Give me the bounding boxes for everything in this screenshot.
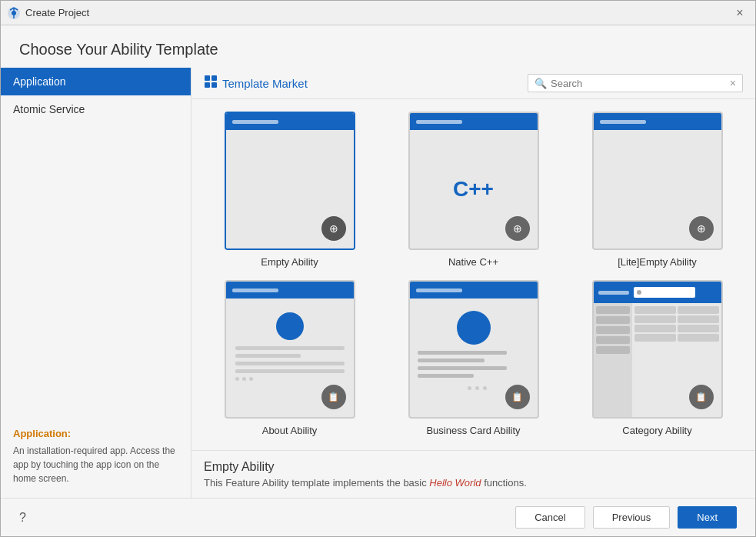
cat-row-2 (634, 315, 719, 323)
topbar-line (232, 120, 278, 124)
cat-cell-4a (634, 334, 676, 342)
cat-side-3 (596, 326, 630, 334)
template-preview-category: 📋 (592, 280, 723, 419)
dot-2 (242, 377, 246, 381)
desc-text-part1: This Feature Ability template implements… (204, 477, 429, 489)
about-line-3 (235, 362, 345, 365)
main-content: Template Market 🔍 × (191, 68, 755, 498)
cat-cell-1a (634, 306, 676, 314)
window-close-button[interactable]: × (731, 4, 749, 22)
cat-row-3 (634, 325, 719, 332)
cat-topbar (594, 282, 721, 303)
template-name-category: Category Ability (622, 425, 691, 436)
sidebar-desc-text: An installation-required app. Access the… (13, 444, 178, 485)
biz-dot-2 (475, 386, 479, 390)
cancel-button[interactable]: Cancel (515, 506, 584, 529)
cat-row-1 (634, 306, 719, 314)
template-name-lite-empty: [Lite]Empty Ability (618, 256, 697, 268)
cat-side-5 (596, 346, 630, 354)
badge-icon-cpp: ⊕ (513, 222, 522, 235)
preview-badge-category: 📋 (689, 385, 714, 409)
template-market-icon (204, 75, 218, 92)
biz-preview-body: 📋 (410, 299, 538, 417)
cat-topbar-line (598, 291, 629, 295)
preview-topbar-about (226, 282, 354, 299)
preview-badge-about: 📋 (321, 385, 346, 409)
preview-topbar (226, 113, 354, 130)
cpp-icon: C++ (453, 177, 494, 202)
about-line-4 (235, 369, 345, 373)
cat-row-4 (634, 334, 719, 342)
search-clear-icon[interactable]: × (730, 77, 736, 89)
topbar-line-about (232, 289, 278, 292)
preview-body-cpp: C++ ⊕ (410, 130, 538, 248)
cat-search-box (634, 287, 695, 298)
about-preview-body: 📋 (226, 299, 354, 417)
desc-title: Empty Ability (204, 460, 743, 474)
dialog-footer: ? Cancel Previous Next (1, 498, 755, 536)
biz-circle (457, 311, 491, 345)
cat-cell-3b (678, 325, 719, 332)
template-market-text: Template Market (222, 77, 308, 90)
template-card-business-card[interactable]: 📋 Business Card Ability (388, 280, 559, 436)
cat-cell-1b (678, 306, 719, 314)
window-title: Create Project (25, 7, 731, 18)
template-preview-empty-ability: ⊕ (225, 112, 355, 250)
sidebar: Application Atomic Service Application: … (1, 68, 191, 498)
about-line-2 (235, 354, 301, 358)
svg-rect-3 (211, 75, 217, 81)
next-button[interactable]: Next (678, 506, 737, 529)
dialog-title: Choose Your Ability Template (19, 41, 737, 58)
template-card-native-cpp[interactable]: C++ ⊕ Native C++ (388, 112, 559, 268)
svg-rect-5 (211, 82, 217, 88)
cat-cell-2b (678, 315, 719, 323)
biz-dots (468, 386, 487, 390)
previous-button[interactable]: Previous (593, 506, 671, 529)
sidebar-item-atomic-service[interactable]: Atomic Service (1, 95, 191, 123)
template-name-native-cpp: Native C++ (448, 256, 498, 268)
preview-badge: ⊕ (321, 216, 346, 241)
search-input[interactable] (551, 78, 730, 89)
search-box[interactable]: 🔍 × (528, 74, 743, 92)
svg-point-1 (12, 11, 16, 15)
template-preview-biz: 📋 (408, 280, 539, 419)
template-card-category[interactable]: 📋 Category Ability (571, 280, 743, 436)
main-toolbar: Template Market 🔍 × (191, 68, 755, 99)
desc-text-part3: functions. (481, 477, 527, 489)
about-line-dots (235, 377, 345, 381)
badge-icon-category: 📋 (695, 392, 707, 402)
topbar-line-cpp (416, 120, 462, 124)
biz-line-4 (418, 374, 474, 378)
help-button[interactable]: ? (19, 511, 26, 525)
template-preview-about: 📋 (225, 280, 355, 419)
cat-cell-3a (634, 325, 676, 332)
desc-text-highlight: Hello World (429, 477, 481, 489)
search-icon: 🔍 (535, 78, 547, 89)
topbar-line-lite (600, 120, 646, 124)
biz-line-2 (418, 359, 485, 362)
template-card-about-ability[interactable]: 📋 About Ability (204, 280, 375, 436)
badge-icon-about: 📋 (328, 392, 339, 402)
about-line-1 (235, 346, 345, 350)
description-area: Empty Ability This Feature Ability templ… (191, 450, 755, 498)
preview-topbar-cpp (410, 113, 538, 130)
badge-icon-biz: 📋 (511, 392, 523, 402)
cat-cell-4b (678, 334, 719, 342)
template-preview-native-cpp: C++ ⊕ (408, 112, 539, 250)
preview-topbar-lite (594, 113, 721, 130)
template-card-lite-empty[interactable]: ⊕ [Lite]Empty Ability (571, 112, 743, 268)
templates-grid: ⊕ Empty Ability C++ (191, 99, 755, 450)
svg-rect-2 (205, 75, 210, 81)
template-card-empty-ability[interactable]: ⊕ Empty Ability (204, 112, 375, 268)
topbar-line-biz (416, 289, 462, 292)
template-name-biz: Business Card Ability (426, 425, 520, 436)
preview-badge-biz: 📋 (505, 385, 530, 409)
title-bar: Create Project × (1, 1, 755, 25)
cat-side-1 (596, 306, 630, 314)
badge-icon: ⊕ (329, 222, 338, 235)
sidebar-desc-title: Application: (13, 428, 178, 439)
dialog-header: Choose Your Ability Template (1, 25, 755, 68)
template-name-about: About Ability (262, 425, 318, 436)
sidebar-item-application[interactable]: Application (1, 68, 191, 95)
preview-badge-lite: ⊕ (689, 216, 714, 241)
